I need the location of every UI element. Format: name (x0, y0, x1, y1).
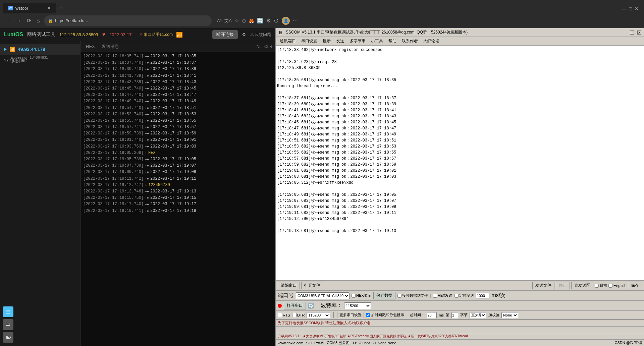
sync-icon[interactable]: 🔄 (257, 17, 264, 24)
app-ip: 112.125.89.8:36809 (59, 32, 98, 37)
sscom-recv-file-check[interactable] (397, 294, 401, 298)
settings-icon[interactable]: ⚙ (266, 17, 271, 24)
browser-ext-icon[interactable]: 🦊 (249, 18, 254, 23)
log-content: 2022-03-17 17:18:43 (150, 79, 196, 85)
feedback-button[interactable]: ⚠ 反馈问题 (250, 32, 271, 38)
log-receive-icon: ⟵◆ (145, 189, 149, 194)
sscom-log-line: [17:18:57.681]收←◆send msg ok：2022-03-17 … (277, 156, 643, 162)
sscom-menubar: 通讯端口 串口设置 显示 发送 多字节串 小工具 帮助 联系作者 大虾论坛 (276, 37, 644, 46)
sscom-dtr-check[interactable] (292, 313, 297, 317)
avatar-icon[interactable]: 👤 (282, 17, 290, 25)
sscom-page-input[interactable] (451, 312, 458, 318)
sidebar-item-device[interactable]: 📶 49.93.44.179 (0, 44, 80, 55)
sscom-timed-interval-input[interactable] (476, 293, 489, 298)
log-timestamp: [2022-03-17 17:18:53.740] (83, 111, 144, 118)
sscom-menu-display[interactable]: 显示 (320, 38, 333, 45)
sscom-send-file-button[interactable]: 发送文件 (532, 282, 554, 289)
sscom-port-label: 端口号 (278, 292, 294, 299)
sscom-hex-display-check[interactable] (352, 294, 356, 298)
sscom-timed-send-check[interactable] (454, 294, 459, 298)
sscom-rec-dot (278, 304, 282, 308)
log-line: [2022-03-17 17:19:05.268]✈HEX (83, 150, 272, 156)
disconnect-button[interactable]: 断开连接 (212, 30, 238, 39)
translate-icon[interactable]: 文A (224, 18, 232, 24)
sscom-rts-check[interactable] (278, 313, 282, 317)
serial-link[interactable]: ✕ 串口助手11.com (139, 32, 173, 38)
sscom-open-file-button[interactable]: 打开文件 (301, 282, 323, 289)
log-timestamp: [2022-03-17 17:18:49.740] (83, 98, 144, 105)
transfer-button[interactable]: ⇄ (3, 319, 13, 330)
home-button[interactable]: ⌂ (35, 16, 41, 25)
sscom-menu-send[interactable]: 发送 (333, 38, 347, 45)
sscom-baud-select[interactable]: 115200 (344, 302, 371, 309)
settings-gear-icon[interactable]: ⚙ (242, 32, 246, 37)
sscom-menu-comport[interactable]: 通讯端口 (277, 38, 299, 45)
close-window-button[interactable]: ✕ (635, 6, 639, 11)
sscom-menu-help[interactable]: 帮助 (386, 38, 399, 45)
sscom-divider (317, 302, 317, 309)
log-content: HEX (148, 150, 156, 156)
sscom-minimize-button[interactable]: — (630, 31, 634, 35)
log-line: [2022-03-17 17:19:07.739]⟵◆2022-03-17 17… (83, 163, 272, 169)
bookmark-icon[interactable]: ☆ (234, 17, 239, 24)
clr-button[interactable]: CLR (264, 44, 272, 49)
sscom-menu-multistring[interactable]: 多字节串 (347, 38, 368, 45)
reader-icon[interactable]: Aᴬ (217, 18, 222, 23)
back-button[interactable]: ← (4, 16, 12, 25)
log-receive-icon: ⟵◆ (145, 125, 149, 130)
sscom-most-recent-check[interactable] (595, 284, 599, 288)
message-button[interactable]: ☰ (3, 306, 13, 317)
sscom-timed-unit: ms/次 (491, 292, 505, 299)
minimize-button[interactable]: — (622, 6, 627, 11)
sscom-log-line: [17:19:09.681]收←◆send msg ok：2022-03-17 … (277, 204, 643, 210)
nl-button[interactable]: NL (257, 44, 262, 49)
hex-sidebar-button[interactable]: HEX (3, 332, 13, 343)
sscom-clear-button[interactable]: 清除窗口 (278, 282, 300, 289)
lock-icon: 🔒 (48, 18, 53, 23)
sscom-close-button[interactable]: ✕ (637, 31, 641, 35)
sscom-config-bar: 端口号 COM3 USB-SERIAL CH340 HEX显示 保存数据 接收数… (276, 291, 644, 301)
sscom-r-val: R:835 (314, 341, 324, 345)
sscom-menu-tools[interactable]: 小工具 (368, 38, 386, 45)
tab-close-button[interactable]: ✕ (47, 5, 51, 11)
sscom-menu-contact[interactable]: 联系作者 (399, 38, 421, 45)
forward-button[interactable]: → (15, 16, 23, 25)
send-input[interactable] (100, 43, 254, 50)
log-line: [2022-03-17 17:19:19.741]⟵◆2022-03-17 17… (83, 208, 272, 214)
sscom-open-port-button[interactable]: 打开串口 (284, 302, 306, 309)
new-tab-button[interactable]: + (56, 4, 66, 12)
sscom-stop-button[interactable]: 停止 (556, 282, 570, 289)
sscom-refresh-icon[interactable]: 🔄 (308, 303, 314, 308)
log-timestamp: [2022-03-17 17:19:05.268] (83, 150, 144, 156)
log-receive-icon: ⟵◆ (145, 202, 149, 207)
extensions-icon[interactable]: ⬡ (242, 18, 246, 23)
sscom-timestamp-check[interactable] (366, 313, 370, 317)
sscom-port-select[interactable]: COM3 USB-SERIAL CH340 (296, 292, 350, 299)
reload-button[interactable]: ⟳ (25, 16, 33, 25)
sscom-checksum-select[interactable]: None (501, 312, 518, 318)
log-content: 2022-03-17 17:18:53 (150, 111, 196, 118)
sscom-send-area-button[interactable]: 青发送区 (571, 282, 593, 289)
sscom-hex-send-check[interactable] (433, 294, 437, 298)
history-icon[interactable]: ⏱ (274, 18, 279, 24)
browser-tab[interactable]: W wstool ✕ (3, 3, 56, 13)
sscom-more-settings-button[interactable]: 更多串口设置 (337, 312, 364, 318)
sscom-log-line: 112.125.89.8 36809 (277, 65, 643, 71)
sscom-to-end-select[interactable]: 至末尾 (470, 312, 486, 318)
sscom-save-button[interactable]: 保存 (628, 282, 642, 289)
log-receive-icon: ⟵◆ (145, 118, 149, 124)
sscom-english-check[interactable] (608, 284, 612, 288)
sscom-menu-forum[interactable]: 大虾论坛 (421, 38, 442, 45)
sscom-timeout-input[interactable] (427, 312, 437, 318)
url-input[interactable]: 🔒 https://netlab.lu... (44, 15, 212, 26)
more-options-icon[interactable]: ⋯ (292, 17, 298, 24)
sscom-byte-label: 字节 (460, 312, 468, 318)
sscom-menu-serial-settings[interactable]: 串口设置 (299, 38, 320, 45)
log-line: [2022-03-17 17:18:35.741]⟵◆2022-03-17 17… (83, 53, 272, 60)
expand-icon (4, 48, 7, 51)
sscom-save-data-button[interactable]: 保存数据 (373, 292, 395, 299)
maximize-button[interactable]: □ (629, 6, 632, 11)
log-line: [2022-03-17 17:18:59.739]⟵◆2022-03-17 17… (83, 130, 272, 137)
sscom-baud-select2[interactable]: 115200 (307, 312, 330, 318)
hex-toggle[interactable]: HEX (83, 43, 98, 50)
